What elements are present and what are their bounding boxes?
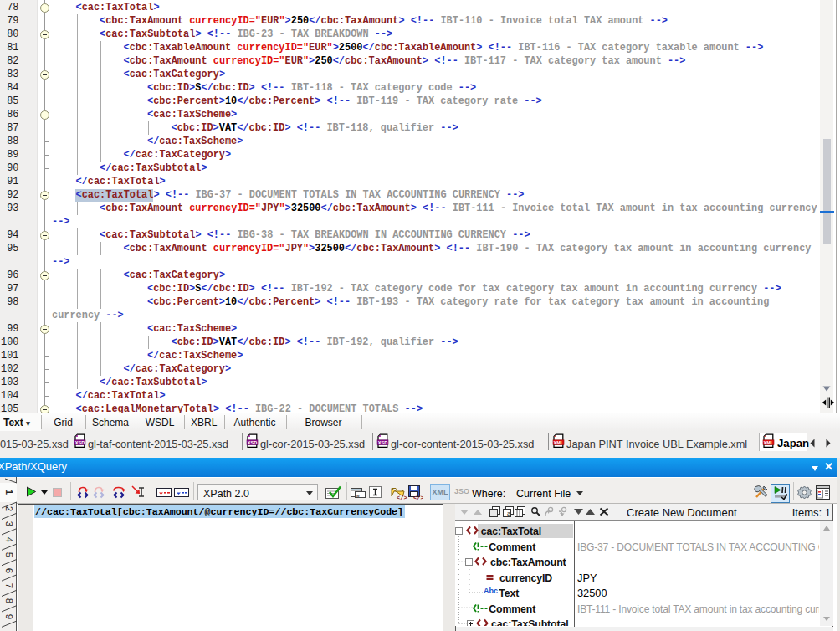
svg-text:</>: </>: [413, 495, 423, 500]
svg-text:XSD: XSD: [248, 440, 258, 445]
svg-text:XML: XML: [764, 440, 774, 445]
svg-text:XSD: XSD: [75, 440, 85, 445]
svg-text:w: w: [356, 493, 360, 499]
svg-text:XML: XML: [554, 440, 564, 445]
svg-text:</>: </>: [397, 495, 407, 500]
svg-text:a: a: [507, 510, 511, 517]
svg-text:XSD: XSD: [378, 440, 388, 445]
